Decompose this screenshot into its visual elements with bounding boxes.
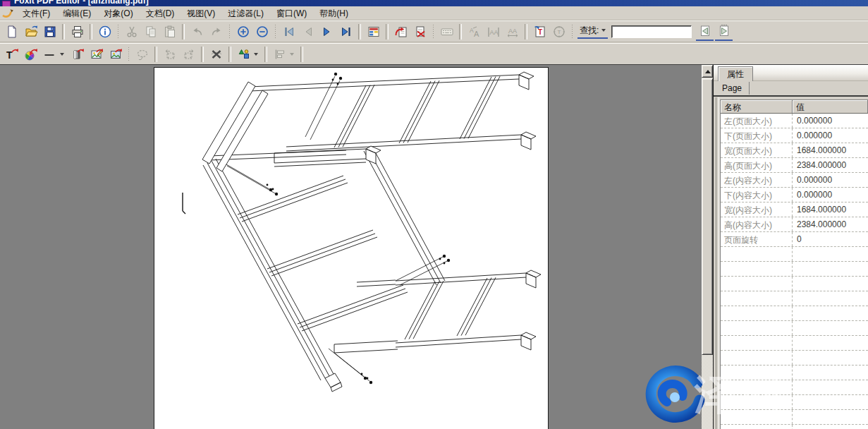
property-name: 页面旋转 [721, 232, 793, 246]
delete-page-button[interactable] [411, 23, 429, 40]
app-icon[interactable] [2, 1, 11, 6]
toolbar-separator [358, 24, 361, 40]
svg-text:T: T [6, 49, 13, 61]
property-row[interactable]: 高(页面大小)2384.000000 [721, 158, 868, 173]
menu-item-window[interactable]: 窗口(W) [270, 7, 313, 20]
property-value[interactable]: 0 [793, 232, 868, 246]
menu-item-object[interactable]: 对象(O) [97, 7, 139, 20]
open-folder-button[interactable] [22, 23, 39, 40]
menu-item-view[interactable]: 视图(V) [181, 7, 221, 20]
panel-groove [716, 97, 719, 429]
font-replace-button: AA [465, 23, 483, 40]
property-name: 下(内容大小) [721, 188, 793, 202]
caret-mark [183, 193, 185, 214]
property-row[interactable]: 宽(页面大小)1684.000000 [721, 143, 868, 158]
insert-page-button[interactable] [392, 23, 410, 40]
zoom-in-button[interactable] [234, 23, 252, 40]
replace-image-button[interactable] [106, 45, 124, 63]
edit-text-button[interactable]: T [3, 45, 20, 63]
line-style-button[interactable] [41, 45, 59, 63]
font-wide-button: AA [503, 23, 521, 40]
insert-shape-dropdown[interactable] [253, 47, 260, 62]
insert-shape-icon [237, 47, 251, 61]
property-name-empty [721, 336, 793, 350]
shading-button[interactable] [68, 45, 86, 63]
zoom-out-icon [255, 25, 269, 39]
page-form-button[interactable] [365, 23, 382, 40]
new-document-button[interactable] [3, 23, 20, 40]
property-value[interactable]: 2384.000000 [793, 217, 868, 231]
property-value-empty [793, 395, 868, 409]
print-button[interactable] [68, 23, 86, 40]
property-row[interactable]: 左(内容大小)0.000000 [721, 173, 868, 188]
property-row[interactable]: 页面旋转0 [721, 232, 868, 247]
next-page-button[interactable] [318, 23, 336, 40]
property-value[interactable]: 0.000000 [793, 128, 868, 143]
scroll-up-button[interactable] [702, 65, 713, 78]
delete-object-button[interactable] [207, 45, 225, 63]
redo-button [207, 23, 225, 40]
zoom-out-button[interactable] [253, 23, 271, 40]
align-dropdown[interactable] [289, 47, 296, 62]
find-label: 查找: [580, 25, 599, 37]
scrollbar-track[interactable] [702, 355, 713, 429]
properties-table: 名称 值 左(页面大小)0.000000下(页面大小)0.000000宽(页面大… [720, 99, 868, 429]
pdf-page[interactable] [154, 67, 549, 429]
find-previous-button[interactable] [696, 22, 714, 41]
property-value[interactable]: 0.000000 [793, 173, 868, 187]
property-value[interactable]: 0.000000 [793, 188, 868, 202]
property-row[interactable]: 高(内容大小)2384.000000 [721, 217, 868, 232]
property-row[interactable]: 下(内容大小)0.000000 [721, 188, 868, 203]
title-bar: Foxit PDF Editor - [anzhuang.pdf] [0, 0, 868, 6]
properties-table-header: 名称 值 [721, 100, 868, 114]
menu-item-document[interactable]: 文档(D) [140, 7, 181, 20]
first-page-button[interactable] [280, 23, 298, 40]
document-canvas[interactable] [0, 65, 702, 429]
property-value[interactable]: 0.000000 [793, 114, 868, 128]
find-input[interactable] [611, 25, 692, 38]
property-value[interactable]: 1684.000000 [793, 203, 868, 217]
menu-item-help[interactable]: 帮助(H) [313, 7, 355, 20]
last-page-button[interactable] [337, 23, 355, 40]
undo-button [188, 23, 206, 40]
menu-item-file[interactable]: 文件(F) [16, 7, 56, 20]
text-circle-button: T [550, 23, 568, 40]
info-button[interactable] [96, 23, 114, 40]
find-dropdown[interactable] [600, 25, 608, 35]
line-style-dropdown[interactable] [59, 47, 66, 62]
align-icon [273, 47, 287, 61]
insert-page-icon [394, 25, 408, 39]
property-row-empty [721, 262, 868, 277]
svg-text:AA: AA [489, 29, 498, 36]
properties-tab-row: 属性 [714, 65, 868, 81]
property-row-empty [721, 380, 868, 395]
scrollbar-thumb[interactable] [702, 78, 713, 355]
property-name: 高(内容大小) [721, 217, 793, 231]
find-next-button[interactable] [715, 22, 733, 41]
menu-item-filter[interactable]: 过滤器(L) [221, 7, 270, 20]
property-value-empty [793, 262, 868, 276]
save-floppy-button[interactable] [41, 23, 59, 40]
insert-shape-button[interactable] [235, 45, 252, 63]
property-row[interactable]: 宽(内容大小)1684.000000 [721, 203, 868, 217]
property-row-empty [721, 306, 868, 321]
menu-item-edit[interactable]: 编辑(E) [56, 7, 97, 20]
page-tab-row: Page [714, 81, 868, 97]
prev-page-button [299, 23, 317, 40]
save-floppy-icon [43, 25, 57, 39]
edit-image-button[interactable] [87, 45, 105, 63]
add-text-button[interactable]: T [531, 23, 549, 40]
tab-page[interactable]: Page [719, 82, 750, 95]
property-value-empty [793, 410, 868, 424]
toolbar-separator [525, 24, 527, 40]
property-row[interactable]: 下(页面大小)0.000000 [721, 128, 868, 143]
menu-bar: 文件(F)编辑(E)对象(O)文档(D)视图(V)过滤器(L)窗口(W)帮助(H… [0, 6, 868, 20]
property-value[interactable]: 2384.000000 [793, 158, 868, 172]
property-name-empty [721, 395, 793, 409]
screw-leaders [221, 76, 447, 381]
property-value[interactable]: 1684.000000 [793, 143, 868, 157]
tab-properties[interactable]: 属性 [718, 66, 753, 83]
foxit-pen-icon [1, 8, 14, 19]
color-wheel-button[interactable] [22, 45, 39, 63]
property-row[interactable]: 左(页面大小)0.000000 [721, 114, 868, 128]
